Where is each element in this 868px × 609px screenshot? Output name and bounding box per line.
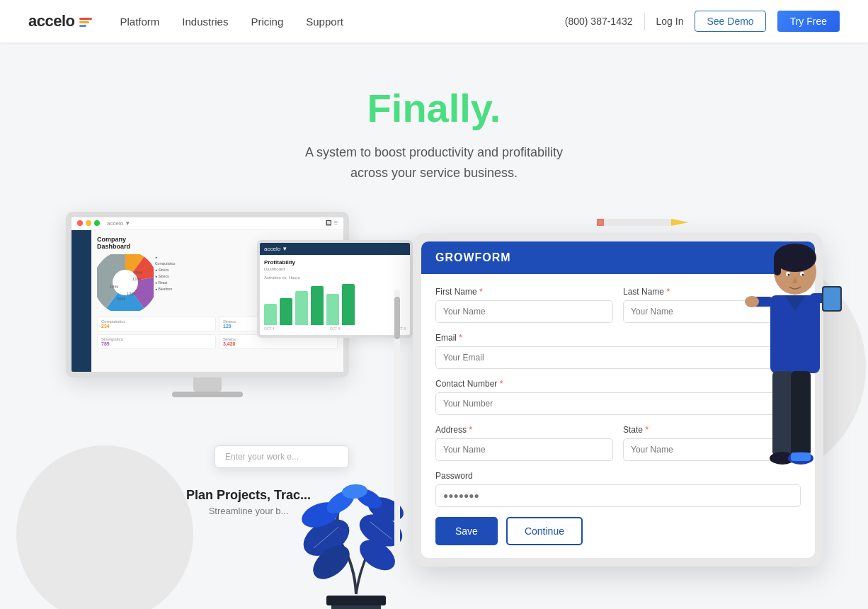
svg-text:10%: 10%	[134, 271, 143, 275]
navbar: accelo Platform Industries Pricing Suppo…	[0, 0, 868, 42]
svg-text:29%: 29%	[117, 297, 126, 301]
address-input[interactable]	[435, 438, 613, 461]
logo-icon	[79, 18, 92, 27]
profitability-label: Activities vs. Hours	[264, 275, 406, 280]
person-illustration	[738, 233, 838, 562]
first-name-label: First Name *	[435, 287, 613, 297]
svg-point-28	[788, 273, 790, 275]
pencil-decoration	[597, 212, 682, 236]
svg-text:11%: 11%	[132, 277, 142, 281]
profitability-title: Profitability	[264, 259, 406, 266]
svg-rect-37	[772, 371, 792, 456]
svg-rect-36	[823, 288, 840, 310]
svg-rect-45	[598, 220, 603, 224]
login-button[interactable]: Log In	[656, 16, 684, 27]
logo-text: accelo	[28, 12, 75, 30]
continue-button[interactable]: Continue	[506, 517, 583, 545]
nav-link-pricing[interactable]: Pricing	[251, 16, 283, 28]
try-free-button[interactable]: Try Free	[777, 11, 840, 32]
svg-text:12%: 12%	[127, 292, 136, 296]
monitor-profitability: accelo ▼ Profitability Dashboard Activit…	[257, 240, 413, 338]
circle-bg-left	[16, 445, 193, 609]
see-demo-button[interactable]: See Demo	[695, 11, 765, 32]
hero-subtitle: A system to boost productivity and profi…	[14, 142, 854, 183]
svg-rect-25	[774, 254, 781, 275]
address-label: Address *	[435, 425, 613, 435]
nav-link-support[interactable]: Support	[306, 16, 343, 28]
first-name-input[interactable]	[435, 300, 613, 323]
illustration-area: accelo ▼ 🔲 ☰ Company Dashboard	[45, 212, 823, 609]
scrollbar[interactable]	[394, 290, 400, 559]
save-button[interactable]: Save	[435, 517, 498, 545]
svg-point-33	[745, 296, 759, 307]
svg-marker-43	[671, 219, 689, 226]
svg-text:18%: 18%	[110, 285, 119, 289]
logo[interactable]: accelo	[28, 12, 92, 30]
svg-rect-12	[326, 596, 386, 605]
nav-right: (800) 387-1432 Log In See Demo Try Free	[565, 11, 840, 32]
plant-illustration	[278, 438, 434, 609]
svg-point-29	[802, 273, 804, 275]
svg-rect-42	[600, 219, 671, 226]
hero-title: Finally.	[14, 85, 854, 131]
profitability-subtitle: Dashboard	[264, 267, 406, 271]
nav-link-platform[interactable]: Platform	[120, 16, 160, 28]
scrollbar-thumb	[394, 297, 400, 339]
nav-links: Platform Industries Pricing Support	[120, 16, 565, 28]
nav-divider	[644, 13, 645, 30]
svg-rect-38	[791, 371, 811, 456]
svg-rect-41	[791, 453, 811, 461]
nav-link-industries[interactable]: Industries	[182, 16, 228, 28]
phone-number: (800) 387-1432	[565, 16, 633, 27]
hero-section: Finally. A system to boost productivity …	[0, 42, 868, 183]
